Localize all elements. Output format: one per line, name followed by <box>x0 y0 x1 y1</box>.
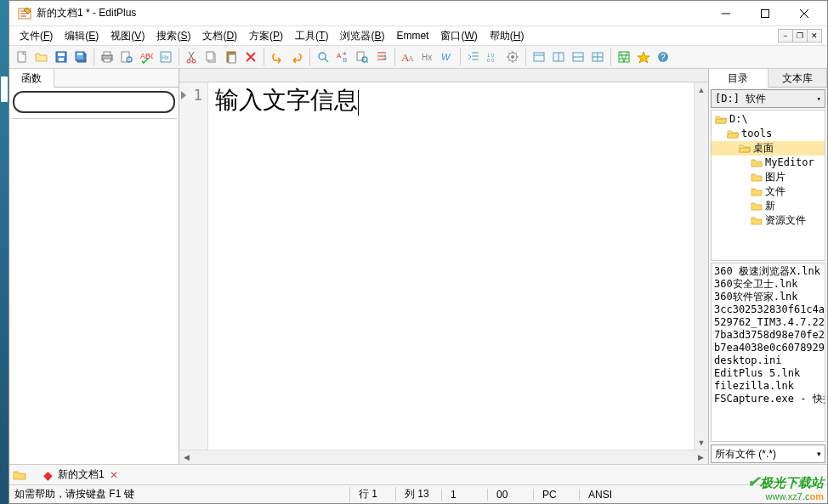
copy-icon[interactable] <box>202 48 221 66</box>
find-in-files-icon[interactable] <box>353 48 371 66</box>
status-encoding: ANSI <box>579 489 625 501</box>
mdi-child-buttons: − ❐ ✕ <box>779 29 822 42</box>
tree-item[interactable]: 资源文件 <box>712 213 825 228</box>
scroll-right-icon[interactable]: ▶ <box>694 450 708 464</box>
text-editor[interactable]: 输入文字信息 <box>208 82 694 450</box>
open-file-icon[interactable] <box>32 48 51 66</box>
scroll-up-icon[interactable]: ▲ <box>695 82 708 97</box>
delete-icon[interactable] <box>241 48 260 66</box>
file-item[interactable]: 360 极速浏览器X.lnk <box>714 265 822 278</box>
tree-item[interactable]: 文件 <box>712 184 825 199</box>
hex-icon[interactable]: Hx <box>418 48 437 66</box>
tree-item[interactable]: tools <box>712 127 825 141</box>
menu-window[interactable]: 窗口(W) <box>435 27 482 45</box>
menu-edit[interactable]: 编辑(E) <box>60 27 104 45</box>
folder-tree[interactable]: D:\tools桌面MyEditor图片文件新资源文件 <box>711 110 825 261</box>
document-tabs: ◆ 新的文档1 ✕ <box>9 464 827 484</box>
file-item[interactable]: b7ea4038e0c60789292 <box>714 342 822 354</box>
tree-item[interactable]: MyEditor <box>712 156 825 170</box>
tree-item[interactable]: 桌面 <box>712 141 825 156</box>
window3-icon[interactable] <box>569 48 587 66</box>
chevron-down-icon: ▾ <box>817 94 821 103</box>
indent-icon[interactable] <box>464 48 483 66</box>
file-item[interactable]: FSCapture.exe - 快捷 <box>714 393 822 405</box>
tab-directory[interactable]: 目录 <box>709 69 768 88</box>
menu-help[interactable]: 帮助(H) <box>485 27 530 45</box>
function-search-input[interactable] <box>13 91 175 113</box>
document-tab[interactable]: ◆ 新的文档1 ✕ <box>37 466 125 484</box>
save-icon[interactable] <box>52 48 71 66</box>
print-preview-icon[interactable] <box>117 48 136 66</box>
horizontal-scrollbar[interactable]: ◀ ▶ <box>179 450 708 464</box>
browser-icon[interactable] <box>615 48 633 66</box>
folder-icon[interactable] <box>13 468 26 482</box>
column-icon[interactable]: 1 00 0 <box>484 48 502 66</box>
find-icon[interactable] <box>314 48 332 66</box>
spellcheck-icon[interactable]: ABC <box>137 48 156 66</box>
line-marker-icon <box>181 91 186 99</box>
tree-item[interactable]: 图片 <box>712 170 825 184</box>
file-item[interactable]: 7ba3d3758d98e70fe25 <box>714 329 822 342</box>
scroll-left-icon[interactable]: ◀ <box>179 450 194 464</box>
window2-icon[interactable] <box>549 48 568 66</box>
line-number: 1 <box>193 86 202 104</box>
file-list[interactable]: 360 极速浏览器X.lnk360安全卫士.lnk360软件管家.lnk3cc3… <box>711 263 825 442</box>
menu-file[interactable]: 文件(F) <box>14 27 58 45</box>
window1-icon[interactable] <box>530 48 548 66</box>
mdi-restore-button[interactable]: ❐ <box>792 29 808 42</box>
minimize-button[interactable] <box>706 2 746 25</box>
svg-rect-1 <box>762 9 769 17</box>
window4-icon[interactable] <box>588 48 607 66</box>
menu-emmet[interactable]: Emmet <box>391 28 434 43</box>
mdi-close-button[interactable]: ✕ <box>807 29 822 42</box>
menu-tools[interactable]: 工具(T) <box>290 27 333 45</box>
cut-icon[interactable] <box>183 48 201 66</box>
titlebar[interactable]: 新的文档1 * - EditPlus <box>9 1 827 26</box>
desktop-icon[interactable] <box>1 76 8 102</box>
maximize-button[interactable] <box>746 2 785 25</box>
mdi-minimize-button[interactable]: − <box>778 29 793 42</box>
file-item[interactable]: 360安全卫士.lnk <box>714 278 822 291</box>
wordwrap-icon[interactable]: W <box>438 48 457 66</box>
settings-icon[interactable] <box>503 48 522 66</box>
ruler <box>179 69 708 82</box>
scroll-down-icon[interactable]: ▼ <box>695 435 708 450</box>
file-item[interactable]: 360软件管家.lnk <box>714 291 822 303</box>
file-item[interactable]: EditPlus 5.lnk <box>714 367 822 380</box>
svg-text:Hx: Hx <box>162 54 169 60</box>
function-tab[interactable]: 函数 <box>9 69 54 88</box>
function-list[interactable] <box>11 118 177 462</box>
paste-icon[interactable] <box>222 48 241 66</box>
save-all-icon[interactable] <box>71 48 90 66</box>
file-item[interactable]: 529762_TIM3.4.7.220 <box>714 316 822 329</box>
tab-cliptext[interactable]: 文本库 <box>768 69 828 87</box>
menu-project[interactable]: 方案(P) <box>244 27 288 45</box>
file-item[interactable]: filezilla.lnk <box>714 380 822 393</box>
vertical-scrollbar[interactable]: ▲ ▼ <box>694 82 708 450</box>
font-icon[interactable]: AA <box>399 48 417 66</box>
menu-search[interactable]: 搜索(S) <box>151 27 196 45</box>
help-icon[interactable]: ? <box>654 48 672 66</box>
undo-icon[interactable] <box>268 48 286 66</box>
file-item[interactable]: desktop.ini <box>714 354 822 367</box>
close-button[interactable] <box>785 2 824 25</box>
file-item[interactable]: 3cc302532830f61c4a1 <box>714 303 822 316</box>
goto-line-icon[interactable] <box>372 48 391 66</box>
hex-view-icon[interactable]: Hx <box>156 48 175 66</box>
menu-document[interactable]: 文档(D) <box>197 27 242 45</box>
file-filter-select[interactable]: 所有文件 (*.*) ▾ <box>711 445 825 463</box>
tool1-icon[interactable] <box>634 48 653 66</box>
tree-item[interactable]: 新 <box>712 199 825 213</box>
new-file-icon[interactable] <box>13 48 31 66</box>
tree-item[interactable]: D:\ <box>712 112 825 127</box>
drive-select[interactable]: [D:] 软件 ▾ <box>711 89 825 108</box>
app-icon <box>18 7 31 20</box>
menu-view[interactable]: 视图(V) <box>105 27 150 45</box>
close-tab-icon[interactable]: ✕ <box>110 469 118 481</box>
redo-icon[interactable] <box>287 48 306 66</box>
window-buttons <box>706 2 824 25</box>
print-icon[interactable] <box>98 48 116 66</box>
status-line: 行 1 <box>349 487 395 501</box>
menu-browser[interactable]: 浏览器(B) <box>335 27 389 45</box>
replace-icon[interactable]: AB <box>333 48 352 66</box>
